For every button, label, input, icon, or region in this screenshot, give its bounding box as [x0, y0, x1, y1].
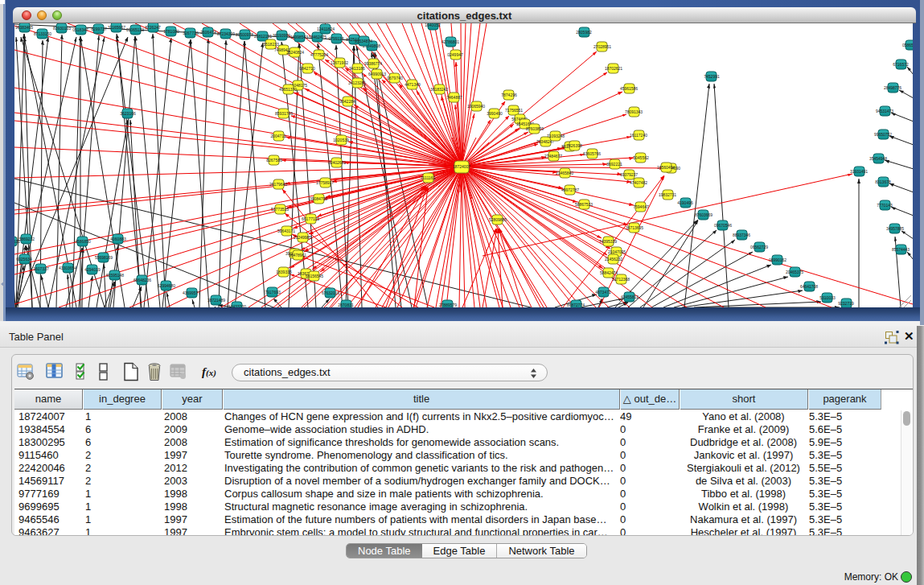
svg-text:0799118: 0799118 — [328, 36, 343, 41]
svg-text:06990162: 06990162 — [769, 257, 786, 262]
svg-text:50643171: 50643171 — [277, 229, 295, 233]
svg-text:34123281: 34123281 — [348, 80, 366, 85]
svg-text:1781080: 1781080 — [163, 29, 179, 34]
svg-text:53462475: 53462475 — [309, 35, 326, 39]
svg-text:49972787: 49972787 — [561, 187, 579, 192]
svg-text:55698169: 55698169 — [95, 255, 113, 260]
svg-text:83930103: 83930103 — [53, 26, 71, 31]
svg-text:0679740: 0679740 — [387, 76, 403, 80]
svg-text:61595148: 61595148 — [106, 273, 124, 278]
svg-text:42786801: 42786801 — [441, 39, 459, 44]
svg-text:96383465: 96383465 — [15, 25, 33, 30]
svg-text:8267586: 8267586 — [266, 158, 282, 163]
svg-text:47775204: 47775204 — [310, 52, 328, 57]
svg-text:6025634: 6025634 — [16, 257, 32, 262]
svg-text:36193990: 36193990 — [273, 33, 290, 38]
svg-text:9232719: 9232719 — [838, 301, 854, 306]
svg-text:36713695: 36713695 — [626, 225, 643, 230]
svg-text:87133150: 87133150 — [34, 31, 51, 36]
svg-text:99386774: 99386774 — [364, 61, 382, 66]
svg-text:18702621: 18702621 — [605, 66, 622, 71]
svg-text:16560494: 16560494 — [657, 165, 675, 170]
svg-text:20465375: 20465375 — [786, 270, 803, 274]
svg-text:01065133: 01065133 — [126, 27, 144, 32]
svg-text:3518233: 3518233 — [263, 42, 279, 47]
svg-text:4294019: 4294019 — [84, 267, 101, 272]
svg-text:51712368: 51712368 — [612, 277, 630, 282]
svg-text:0842710: 0842710 — [299, 66, 315, 71]
svg-text:66177115: 66177115 — [302, 216, 319, 221]
svg-text:47407482: 47407482 — [630, 180, 647, 185]
svg-text:7111161: 7111161 — [421, 175, 436, 180]
svg-text:4586850: 4586850 — [75, 239, 91, 244]
svg-text:1020539: 1020539 — [333, 138, 349, 142]
svg-text:99650752: 99650752 — [874, 132, 892, 137]
svg-text:21456232: 21456232 — [605, 257, 622, 262]
svg-text:86872774: 86872774 — [567, 303, 585, 307]
svg-text:35240824: 35240824 — [286, 50, 304, 55]
svg-text:43699577: 43699577 — [183, 290, 200, 295]
svg-text:4873471: 4873471 — [595, 290, 611, 295]
svg-text:94531473: 94531473 — [876, 109, 893, 113]
svg-text:36183242: 36183242 — [430, 87, 448, 92]
svg-text:17758917: 17758917 — [316, 180, 334, 185]
svg-text:20812191: 20812191 — [254, 34, 272, 39]
svg-text:1607337: 1607337 — [33, 266, 49, 271]
svg-text:5045562: 5045562 — [633, 155, 649, 160]
svg-text:65648236: 65648236 — [133, 278, 151, 282]
svg-text:02402681: 02402681 — [328, 160, 346, 165]
svg-text:7770143: 7770143 — [877, 203, 893, 208]
svg-text:06562729: 06562729 — [750, 245, 768, 249]
svg-text:28498776: 28498776 — [884, 85, 901, 90]
svg-text:85574443: 85574443 — [892, 247, 910, 252]
svg-text:2870831: 2870831 — [338, 303, 354, 307]
svg-text:18724007: 18724007 — [453, 164, 470, 169]
svg-text:31165667: 31165667 — [108, 25, 125, 30]
svg-text:7826398: 7826398 — [566, 143, 582, 148]
svg-text:3623166: 3623166 — [120, 111, 136, 116]
svg-text:13433200: 13433200 — [228, 304, 246, 307]
svg-text:4060883: 4060883 — [110, 237, 126, 241]
svg-text:87234309: 87234309 — [217, 31, 235, 36]
svg-text:8313678: 8313678 — [875, 179, 891, 184]
svg-text:66156545: 66156545 — [306, 274, 323, 278]
svg-text:71756551: 71756551 — [505, 108, 523, 113]
svg-text:7874296: 7874296 — [501, 93, 517, 97]
svg-text:43303654: 43303654 — [59, 266, 76, 270]
svg-text:16117240: 16117240 — [630, 133, 647, 138]
svg-text:3267736: 3267736 — [183, 31, 199, 35]
svg-text:45961586: 45961586 — [620, 86, 638, 91]
svg-text:74395339: 74395339 — [599, 239, 617, 244]
svg-text:19065940: 19065940 — [467, 104, 485, 109]
svg-text:12411824: 12411824 — [317, 27, 335, 31]
svg-text:64641708: 64641708 — [800, 284, 818, 289]
svg-text:1640052: 1640052 — [425, 23, 441, 27]
svg-text:7594647: 7594647 — [633, 204, 649, 209]
svg-text:27028951: 27028951 — [593, 44, 611, 49]
svg-text:87603859: 87603859 — [526, 126, 544, 131]
svg-text:19832731: 19832731 — [659, 192, 676, 197]
svg-text:16998543: 16998543 — [290, 35, 308, 39]
svg-text:27889579: 27889579 — [439, 303, 457, 307]
svg-text:9042284: 9042284 — [339, 99, 355, 104]
svg-text:98478961: 98478961 — [289, 253, 306, 257]
svg-text:49651370: 49651370 — [279, 87, 297, 92]
svg-text:27484677: 27484677 — [544, 154, 562, 159]
svg-text:63605766: 63605766 — [583, 151, 601, 156]
svg-text:7464887: 7464887 — [446, 95, 462, 100]
svg-text:5310033: 5310033 — [819, 295, 836, 300]
svg-text:43455812: 43455812 — [621, 295, 639, 299]
svg-text:26179640: 26179640 — [269, 182, 287, 187]
svg-text:67632016: 67632016 — [322, 290, 339, 295]
svg-text:35454948: 35454948 — [869, 156, 887, 161]
svg-text:11671902: 11671902 — [331, 60, 348, 65]
svg-text:69379237: 69379237 — [620, 172, 638, 177]
svg-text:8726247: 8726247 — [145, 25, 161, 30]
svg-text:85931746: 85931746 — [275, 111, 293, 116]
svg-text:7452991: 7452991 — [704, 74, 720, 79]
svg-text:21047095: 21047095 — [608, 249, 626, 254]
svg-text:09670546: 09670546 — [714, 223, 732, 228]
svg-text:4190496: 4190496 — [677, 200, 693, 205]
svg-text:05865185: 05865185 — [902, 43, 913, 47]
svg-text:6716572: 6716572 — [893, 62, 909, 67]
